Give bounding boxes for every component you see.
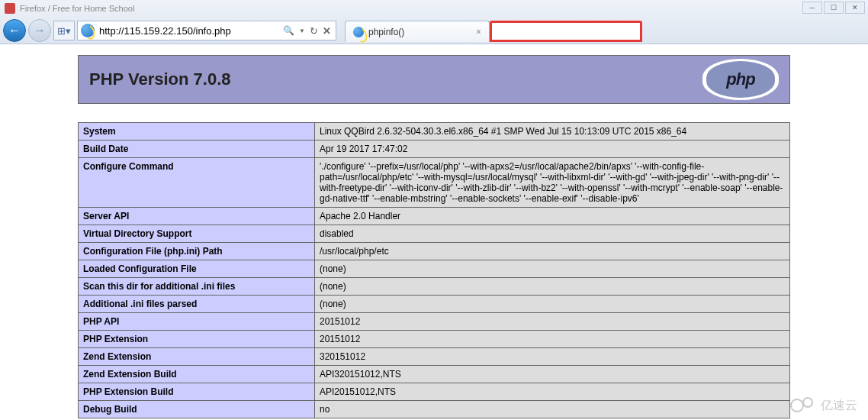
php-logo-inner: php <box>706 61 775 98</box>
php-version-title: PHP Version 7.0.8 <box>89 69 230 89</box>
table-key: PHP Extension <box>79 331 315 348</box>
table-key: Zend Extension <box>79 348 315 366</box>
table-row: Zend Extension320151012 <box>79 348 790 366</box>
table-row: SystemLinux QQBird 2.6.32-504.30.3.el6.x… <box>79 123 790 141</box>
table-key: Build Date <box>79 141 315 158</box>
tab-strip: phpinfo() × <box>345 19 642 42</box>
table-row: Configure Command'./configure' '--prefix… <box>79 158 790 208</box>
table-key: Debug Build <box>79 401 315 418</box>
window-title-bar: Firefox / Free for Home School ─ ☐ ✕ <box>0 0 868 17</box>
table-key: PHP Extension Build <box>79 383 315 401</box>
phpinfo-header: PHP Version 7.0.8 php <box>78 55 790 104</box>
table-row: Build DateApr 19 2017 17:47:02 <box>79 141 790 158</box>
table-row: PHP API20151012 <box>79 313 790 331</box>
compat-view-button[interactable]: ⊞▾ <box>53 21 75 40</box>
table-row: Loaded Configuration File(none) <box>79 260 790 278</box>
table-value: Apr 19 2017 17:47:02 <box>315 141 790 158</box>
table-value: (none) <box>315 278 790 296</box>
table-row: Additional .ini files parsed(none) <box>79 296 790 313</box>
tab-favicon-icon <box>353 27 364 37</box>
refresh-icon[interactable]: ↻ <box>310 25 318 37</box>
page-content: PHP Version 7.0.8 php SystemLinux QQBird… <box>0 44 868 418</box>
table-key: Virtual Directory Support <box>79 225 315 243</box>
url-suffix-controls: 🔍 ▼ ↻ ✕ <box>278 25 336 37</box>
stop-icon[interactable]: ✕ <box>323 25 331 37</box>
table-value: /usr/local/php/etc <box>315 243 790 260</box>
search-icon[interactable]: 🔍 <box>283 25 294 36</box>
forward-button[interactable]: → <box>28 19 51 42</box>
tab-highlighted-empty[interactable] <box>490 21 642 42</box>
table-value: API320151012,NTS <box>315 366 790 383</box>
table-key: Additional .ini files parsed <box>79 296 315 313</box>
table-row: Virtual Directory Supportdisabled <box>79 225 790 243</box>
table-row: Server APIApache 2.0 Handler <box>79 208 790 225</box>
table-key: PHP API <box>79 313 315 331</box>
table-value: 20151012 <box>315 313 790 331</box>
minimize-button[interactable]: ─ <box>802 2 822 14</box>
url-input[interactable] <box>98 22 278 39</box>
forward-arrow-icon: → <box>34 24 46 37</box>
table-value: no <box>315 401 790 418</box>
table-row: Debug Buildno <box>79 401 790 418</box>
watermark-text: 亿速云 <box>821 398 857 414</box>
maximize-button[interactable]: ☐ <box>824 2 844 14</box>
nav-toolbar: ← → ⊞▾ 🔍 ▼ ↻ ✕ phpinfo() × <box>0 17 868 44</box>
window-controls: ─ ☐ ✕ <box>802 2 865 14</box>
table-key: System <box>79 123 315 141</box>
table-value: API20151012,NTS <box>315 383 790 401</box>
browser-chrome: Firefox / Free for Home School ─ ☐ ✕ ← →… <box>0 0 868 44</box>
table-key: Configuration File (php.ini) Path <box>79 243 315 260</box>
close-button[interactable]: ✕ <box>845 2 865 14</box>
table-value: 20151012 <box>315 331 790 348</box>
table-value: Apache 2.0 Handler <box>315 208 790 225</box>
php-logo: php <box>702 59 779 100</box>
table-key: Scan this dir for additional .ini files <box>79 278 315 296</box>
table-value: Linux QQBird 2.6.32-504.30.3.el6.x86_64 … <box>315 123 790 141</box>
table-key: Configure Command <box>79 158 315 208</box>
watermark: 亿速云 <box>790 397 857 414</box>
phpinfo-container: PHP Version 7.0.8 php SystemLinux QQBird… <box>78 55 790 418</box>
compat-icon: ⊞▾ <box>57 25 71 37</box>
table-key: Server API <box>79 208 315 225</box>
back-arrow-icon: ← <box>8 24 21 37</box>
php-logo-text: php <box>726 69 754 89</box>
table-row: PHP Extension20151012 <box>79 331 790 348</box>
table-value: disabled <box>315 225 790 243</box>
table-key: Zend Extension Build <box>79 366 315 383</box>
table-row: Scan this dir for additional .ini files(… <box>79 278 790 296</box>
tab-phpinfo[interactable]: phpinfo() × <box>345 21 490 42</box>
table-row: Configuration File (php.ini) Path/usr/lo… <box>79 243 790 260</box>
table-value: (none) <box>315 260 790 278</box>
table-value: (none) <box>315 296 790 313</box>
address-bar[interactable]: 🔍 ▼ ↻ ✕ <box>77 21 336 40</box>
table-row: Zend Extension BuildAPI320151012,NTS <box>79 366 790 383</box>
table-row: PHP Extension BuildAPI20151012,NTS <box>79 383 790 401</box>
table-value: './configure' '--prefix=/usr/local/php' … <box>315 158 790 208</box>
back-button[interactable]: ← <box>3 19 26 42</box>
tab-title: phpinfo() <box>368 27 471 37</box>
tab-close-icon[interactable]: × <box>476 27 481 37</box>
table-value: 320151012 <box>315 348 790 366</box>
phpinfo-table: SystemLinux QQBird 2.6.32-504.30.3.el6.x… <box>78 122 790 418</box>
table-key: Loaded Configuration File <box>79 260 315 278</box>
watermark-icon <box>790 397 816 414</box>
ie-icon <box>81 24 95 37</box>
window-title-text: Firefox / Free for Home School <box>20 4 134 13</box>
url-dropdown-icon[interactable]: ▼ <box>299 27 305 34</box>
app-icon <box>5 3 15 14</box>
